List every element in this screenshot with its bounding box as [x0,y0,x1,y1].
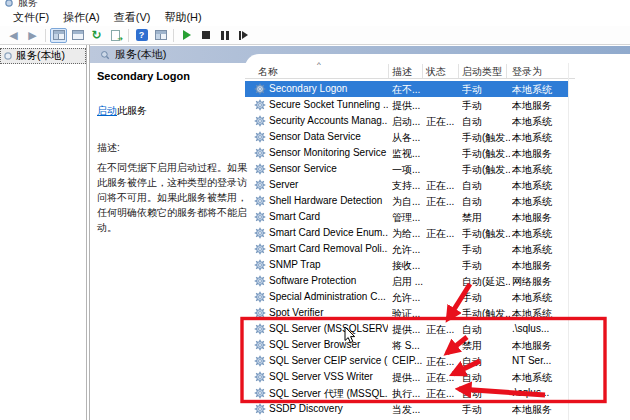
service-description: CEIP... [392,355,425,366]
service-gear-icon [254,243,266,255]
table-row[interactable]: Smart Card Removal Poli... 允许... 手动 本地系统 [245,241,568,257]
title-bar: 服务 [0,0,630,9]
stop-service-icon[interactable] [197,28,214,43]
service-logon-as: 本地系统 [512,371,567,385]
column-header-status[interactable]: 状态 [426,65,446,79]
service-logon-as: .\sqlus... [512,387,567,398]
menu-action[interactable]: 操作(A) [56,9,107,26]
column-separator[interactable] [458,64,459,78]
services-pane: 服务(本地) 名称 ^ 描述 状态 启动类型 登录为 [90,45,630,420]
table-row[interactable]: SNMP Trap 接收... 手动 本地服务 [245,257,568,273]
service-logon-as: 本地服务 [512,259,567,273]
refresh-icon[interactable]: ↻ [88,28,105,43]
table-row[interactable]: Smart Card 管理... 禁用 本地服务 [245,209,568,225]
service-startup-type: 手动 [462,403,510,417]
service-logon-as: 本地系统 [512,131,567,145]
table-row[interactable]: SQL Server CEIP service (... CEIP... 正在.… [245,353,568,369]
service-description: 允许... [392,291,425,305]
service-status: 正在... [426,227,461,241]
service-startup-type: 自动 [462,323,510,337]
column-header-description[interactable]: 描述 [392,65,412,79]
service-logon-as: 本地服务 [512,211,567,225]
menu-help[interactable]: 帮助(H) [157,9,208,26]
service-name: SQL Server 代理 (MSSQL... [269,387,388,401]
service-status: 正在... [426,179,461,193]
menu-view[interactable]: 查看(V) [107,9,158,26]
service-name: Sensor Service [269,163,388,174]
service-name: Sensor Data Service [269,131,388,142]
selected-service-title: Secondary Logon [97,70,247,82]
restart-service-icon[interactable] [235,28,252,43]
table-row[interactable]: Shell Hardware Detection 为自... 正在... 自动 … [245,193,568,209]
service-description: 启用 ... [392,275,425,289]
service-name: Sensor Monitoring Service [269,147,388,158]
service-description: 提供... [392,323,425,337]
service-description: 从各... [392,131,425,145]
menu-file[interactable]: 文件(F) [6,9,56,26]
start-service-icon[interactable] [178,28,195,43]
show-action-pane-icon[interactable] [152,28,169,43]
service-description: 启动... [392,115,425,129]
column-separator[interactable] [388,64,389,78]
console-tree-panel: 服务(本地) [0,45,86,420]
export-list-icon[interactable] [107,28,124,43]
table-row[interactable]: Sensor Data Service 从各... 手动(触发... 本地系统 [245,129,568,145]
service-startup-type: 手动(触发... [462,131,510,145]
table-row[interactable]: SQL Server Browser 将 S... 禁用 本地服务 [245,337,568,353]
table-row[interactable]: Server 支持... 正在... 自动 本地系统 [245,177,568,193]
window-title: 服务 [18,0,38,9]
table-row[interactable]: SQL Server VSS Writer 提供... 正在... 自动 本地系… [245,369,568,385]
table-row[interactable]: Sensor Service 一项... 手动(触发... 本地系统 [245,161,568,177]
service-name: Secure Socket Tunneling ... [269,99,388,110]
column-separator[interactable] [506,64,507,78]
table-row[interactable]: Smart Card Device Enum... 为给... 正在... 手动… [245,225,568,241]
service-logon-as: 本地服务 [512,339,567,353]
service-gear-icon [254,195,266,207]
service-status: 正在... [426,355,461,369]
service-logon-as: 本地系统 [512,115,567,129]
table-row[interactable]: Security Accounts Manag... 启动... 正在... 自… [245,113,568,129]
show-console-tree-icon[interactable] [50,28,67,43]
column-separator[interactable] [422,64,423,78]
table-row[interactable]: Special Administration C... 允许... 手动 本地系… [245,289,568,305]
service-logon-as: 本地系统 [512,243,567,257]
description-text: 在不同凭据下启用启动过程。如果此服务被停止，这种类型的登录访问将不可用。如果此服… [97,160,247,235]
service-description: 当发... [392,403,425,417]
main-area: 服务(本地) 服务(本地) 名称 ^ 描述 状态 启动类型 [0,45,630,420]
service-name: Software Protection [269,275,388,286]
forward-icon[interactable]: ▶ [24,28,41,43]
table-row[interactable]: Spot Verifier 验证... 手动(触发... 本地系统 [245,305,568,321]
column-header-startup-type[interactable]: 启动类型 [462,65,502,79]
service-gear-icon [254,291,266,303]
properties-icon[interactable] [69,28,86,43]
service-startup-type: 禁用 [462,339,510,353]
start-service-link[interactable]: 启动 [97,105,117,116]
table-row[interactable]: SQL Server (MSSQLSERV... 提供... 正在... 自动 … [245,321,568,337]
pane-header-title: 服务(本地) [115,47,166,62]
service-status: 正在... [426,323,461,337]
help-icon[interactable]: ? [133,28,150,43]
back-icon[interactable]: ◀ [5,28,22,43]
column-header-name[interactable]: 名称 [258,65,278,79]
table-row[interactable]: Secondary Logon 在不... 手动 本地系统 [245,81,568,97]
service-description: 在不... [392,83,425,97]
service-startup-type: 手动(触发... [462,147,510,161]
service-startup-type: 手动 [462,291,510,305]
table-row[interactable]: Software Protection 启用 ... 自动(延迟... 网络服务 [245,273,568,289]
pause-service-icon[interactable] [216,28,233,43]
table-row[interactable]: SSDP Discovery 当发... 手动 本地服务 [245,401,568,417]
table-row[interactable]: SQL Server 代理 (MSSQL... 执行... 正在... 自动 .… [245,385,568,401]
service-description: 管理... [392,211,425,225]
tree-item-services-local[interactable]: 服务(本地) [0,48,86,64]
table-row[interactable]: Sensor Monitoring Service 监视... 手动(触发...… [245,145,568,161]
toolbar-separator [45,29,46,42]
service-startup-type: 手动 [462,99,510,113]
service-startup-type: 自动 [462,355,510,369]
service-description: 将 S... [392,339,425,353]
table-row[interactable]: Secure Socket Tunneling ... 提供... 手动 本地服… [245,97,568,113]
column-header-logon-as[interactable]: 登录为 [512,65,542,79]
list-column-header: 名称 ^ 描述 状态 启动类型 登录为 [245,63,575,79]
service-name: Security Accounts Manag... [269,115,388,126]
service-gear-icon [254,147,266,159]
service-gear-icon [254,179,266,191]
